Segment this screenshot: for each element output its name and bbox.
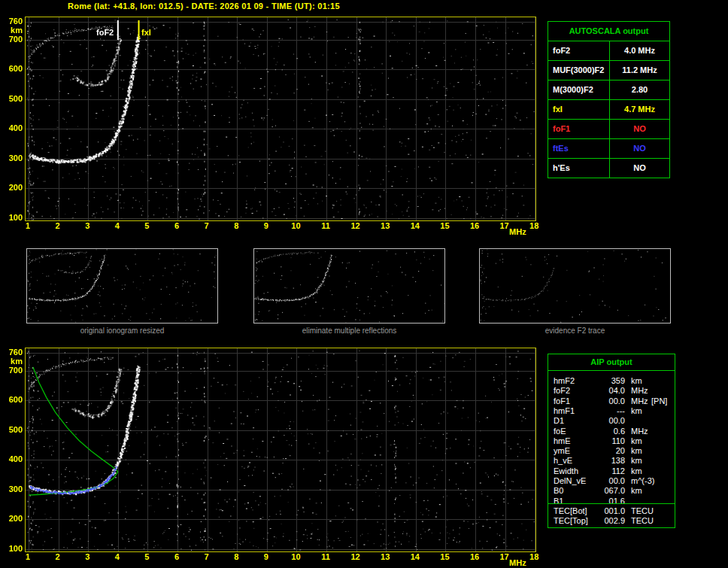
main-plot-x-tick-3: 3 [80,222,95,230]
profile-plot-x-tick-5: 5 [139,553,154,561]
aip-ewidth-unit: km [631,466,642,475]
main-plot-x-tick-15: 15 [437,222,452,230]
thumbnail-eliminate-canvas [254,249,444,323]
aip-hmf1-unit: km [631,406,642,415]
profile-plot-y-tick-400: 400 [0,455,23,463]
profile-plot-x-tick-8: 8 [229,553,244,561]
profile-plot-x-tick-12: 12 [348,553,363,561]
main-plot-x-tick-11: 11 [318,222,333,230]
aip-tec-bot-value: 001.0 [586,506,625,515]
aip-yme-value: 20 [586,446,625,455]
main-plot-x-tick-5: 5 [139,222,154,230]
aip-hme-label: hmE [554,436,571,445]
autoscala-row-value: 4.0 MHz [609,41,669,60]
main-plot-x-tick-10: 10 [288,222,303,230]
profile-plot-x-tick-9: 9 [259,553,274,561]
aip-b1-value: 01.6 [586,497,625,506]
profile-plot-x-tick-16: 16 [467,553,482,561]
aip-deln-ve-unit: m^(-3) [631,476,654,485]
autoscala-row-fof1: foF1NO [548,119,669,138]
aip-ewidth-label: Ewidth [554,466,578,475]
aip-fof2-label: foF2 [554,386,570,395]
profile-plot-x-unit: MHz [507,559,528,567]
aip-tec-top-unit: TECU [631,516,654,525]
profile-plot-x-tick-15: 15 [437,553,452,561]
main-plot-y-tick-100: 100 [0,214,23,222]
station-date-title: Rome (lat: +41.8, lon: 012.5) - DATE: 20… [68,2,340,11]
foF2-marker-label: foF2 [96,29,114,37]
aip-fof1-value: 00.0 [586,396,625,405]
aip-d1-label: D1 [554,416,564,425]
autoscala-row-muf-3000-f2: MUF(3000)F211.2 MHz [548,60,669,80]
main-plot-y-tick-700: 700 [0,35,23,44]
main-plot-y-tick-400: 400 [0,124,23,132]
main-plot-x-tick-16: 16 [467,222,482,230]
main-ionogram-plot [25,17,536,221]
thumbnail-evidence-box [479,248,671,323]
main-plot-x-tick-14: 14 [408,222,423,230]
autoscala-row-label: foF2 [548,41,609,60]
aip-tec-bot-unit: TECU [631,506,654,515]
aip-fof2-unit: MHz [631,386,648,395]
autoscala-row-value: 4.7 MHz [609,100,669,119]
aip-fof2-value: 04.0 [586,386,625,395]
aip-hmf2-unit: km [631,376,642,385]
aip-d1-value: 00.0 [586,416,625,425]
profile-plot-y-tick-700: 700 [0,366,23,375]
autoscala-row-value: 11.2 MHz [609,61,669,80]
thumbnail-eliminate-box [253,248,445,323]
autoscala-row-h-es: h'EsNO [548,158,669,178]
aip-b1-label: B1 [554,497,563,506]
autoscala-row-label: MUF(3000)F2 [548,61,609,80]
profile-plot-y-tick-200: 200 [0,515,23,523]
caption-original: original ionogram resized [26,327,218,335]
autoscala-row-value: NO [609,120,669,138]
caption-evidence: evidence F2 trace [479,327,671,335]
caption-eliminate: eliminate multiple reflections [253,327,445,335]
profile-ionogram-plot [25,348,536,552]
aip-b0-label: B0 [554,486,563,495]
aip-foe-unit: MHz [631,427,648,436]
profile-plot-y-tick-500: 500 [0,426,23,434]
autoscala-row-ftes: ftEsNO [548,138,669,158]
aip-deln-ve-value: 00.0 [586,476,625,485]
profile-plot-y-tick-600: 600 [0,396,23,404]
main-plot-y-tick-200: 200 [0,184,23,192]
aip-deln-ve-label: DelN_vE [554,476,586,485]
aip-fof1-unit: MHz [631,396,648,405]
thumbnail-original-box [26,248,218,323]
aip-ewidth-value: 112 [586,466,625,475]
aip-hmf2-label: hmF2 [554,376,575,385]
aip-output-rows: hmF2359kmfoF204.0MHzfoF100.0MHz[PN]hmF1-… [548,354,675,527]
autoscala-row-label: foF1 [548,120,609,138]
autoscala-row-label: ftEs [548,139,609,158]
main-plot-y-tick-500: 500 [0,95,23,103]
main-plot-x-unit: MHz [507,228,528,236]
profile-plot-x-tick-11: 11 [318,553,333,561]
main-plot-x-tick-8: 8 [229,222,244,230]
main-plot-x-tick-18: 18 [526,222,541,230]
aip-foe-value: 0.6 [586,427,625,436]
main-plot-x-tick-7: 7 [199,222,214,230]
profile-plot-y-tick-100: 100 [0,545,23,553]
autoscala-row-fxi: fxI4.7 MHz [548,99,669,119]
autoscala-output-panel: AUTOSCALA output foF24.0 MHzMUF(3000)F21… [548,21,670,178]
autoscala-row-m-3000-f2: M(3000)F22.80 [548,80,669,99]
profile-plot-x-tick-3: 3 [80,553,95,561]
main-plot-y-tick-760: 760 [0,17,23,26]
aip-b0-unit: km [631,486,642,495]
aip-yme-unit: km [631,446,642,455]
autoscala-row-label: M(3000)F2 [548,80,609,99]
profile-plot-x-tick-6: 6 [169,553,184,561]
aip-foe-label: foE [554,427,566,436]
main-plot-x-tick-2: 2 [50,222,65,230]
main-plot-x-tick-9: 9 [259,222,274,230]
autoscala-row-value: 2.80 [609,80,669,99]
profile-plot-x-tick-14: 14 [408,553,423,561]
aip-hmf1-label: hmF1 [554,406,575,415]
main-plot-x-tick-4: 4 [110,222,125,230]
aip-hmf1-value: --- [586,406,625,415]
profile-ionogram-canvas [26,348,535,551]
aip-fof1-note: [PN] [651,396,667,405]
profile-plot-x-tick-13: 13 [378,553,393,561]
